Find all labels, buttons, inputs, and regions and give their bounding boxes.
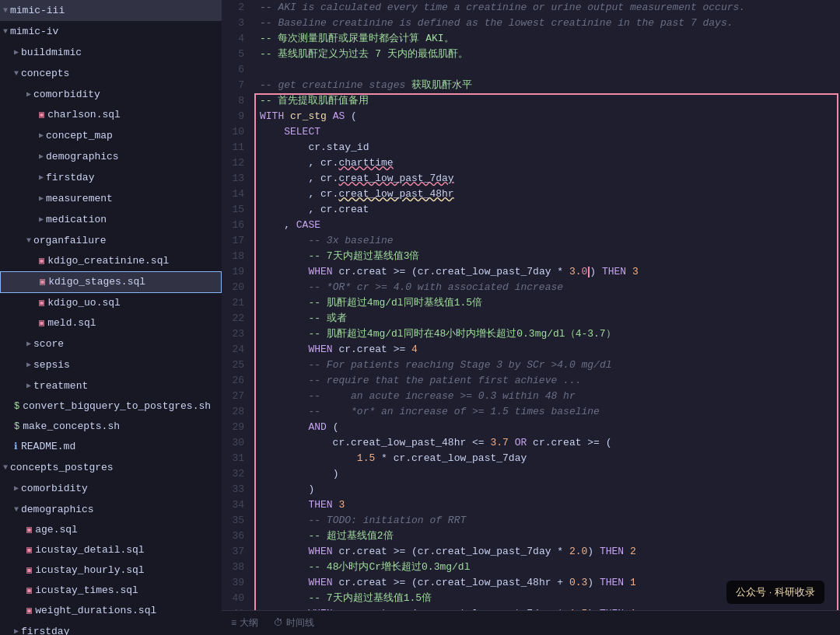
table-row: 40 -- 7天内超过基线值1.5倍	[222, 591, 840, 606]
chevron-right-icon	[26, 85, 33, 103]
table-row: 39 WHEN cr.creat >= (cr.creat_low_past_4…	[222, 575, 840, 591]
chevron-right-icon	[39, 148, 46, 166]
chevron-down-icon	[14, 501, 21, 518]
sh-file-icon: $	[14, 418, 19, 435]
app-container: mimic-iii mimic-iv buildmimic concepts c…	[0, 0, 840, 635]
chevron-right-icon	[14, 44, 21, 61]
table-row: 9 WITH cr_stg AS (	[222, 109, 840, 124]
sidebar-item-icustay-hourly[interactable]: ▣ icustay_hourly.sql	[0, 560, 222, 581]
sidebar-item-treatment[interactable]: treatment	[0, 375, 222, 396]
table-row: 6	[222, 62, 840, 78]
table-row: 13 , cr.creat_low_past_7day	[222, 171, 840, 187]
outline-icon: ≡	[231, 618, 236, 629]
sidebar-item-mimic-iv[interactable]: mimic-iv	[0, 21, 222, 42]
md-file-icon: ℹ	[14, 438, 18, 455]
outline-label: 大纲	[240, 616, 258, 630]
table-row: 29 AND (	[222, 420, 840, 435]
chevron-right-icon	[39, 190, 46, 208]
sidebar-item-convert-bigquery[interactable]: $ convert_bigquery_to_postgres.sh	[0, 396, 222, 417]
table-row: 19 WHEN cr.creat >= (cr.creat_low_past_7…	[222, 264, 840, 280]
table-row: 32 )	[222, 466, 840, 482]
table-row: 23 -- 肌酐超过4mg/dl同时在48小时内增长超过0.3mg/dl（4-3…	[222, 326, 840, 342]
sidebar-item-demographics[interactable]: demographics	[0, 146, 222, 167]
chevron-right-icon	[39, 169, 46, 187]
sidebar-item-age[interactable]: ▣ age.sql	[0, 520, 222, 540]
timeline-label: 时间线	[286, 616, 314, 630]
chevron-right-icon	[14, 480, 21, 497]
bottom-bar: ≡ 大纲 ⏱ 时间线	[222, 610, 840, 635]
sidebar-item-measurement[interactable]: measurement	[0, 188, 222, 209]
timeline-button[interactable]: ⏱ 时间线	[274, 616, 314, 630]
chevron-down-icon	[3, 2, 10, 19]
sql-file-icon: ▣	[26, 582, 32, 599]
editor-area: 2 -- AKI is calculated every time a crea…	[222, 0, 840, 635]
table-row: 41 WHEN cr.creat >= (cr.creat_low_past_7…	[222, 606, 840, 610]
sidebar-item-comorbidity[interactable]: comorbidity	[0, 84, 222, 105]
sidebar-item-concepts[interactable]: concepts	[0, 63, 222, 84]
sidebar-item-make-concepts[interactable]: $ make_concepts.sh	[0, 417, 222, 437]
table-row: 21 -- 肌酐超过4mg/dl同时基线值1.5倍	[222, 295, 840, 311]
sidebar-item-score[interactable]: score	[0, 333, 222, 354]
table-row: 4 -- 每次测量肌酐或尿量时都会计算 AKI。	[222, 31, 840, 47]
sql-file-icon: ▣	[39, 106, 44, 124]
table-row: 10 SELECT	[222, 124, 840, 140]
sidebar-item-firstday2[interactable]: firstday	[0, 621, 222, 635]
sidebar-item-medication[interactable]: medication	[0, 209, 222, 230]
table-row: 37 WHEN cr.creat >= (cr.creat_low_past_7…	[222, 544, 840, 560]
sidebar-item-concepts-postgres[interactable]: concepts_postgres	[0, 457, 222, 478]
sql-file-icon: ▣	[39, 295, 44, 312]
sidebar-item-demographics2[interactable]: demographics	[0, 499, 222, 520]
table-row: 22 -- 或者	[222, 311, 840, 326]
sidebar-item-readme[interactable]: ℹ README.md	[0, 437, 222, 457]
sidebar-item-firstday[interactable]: firstday	[0, 167, 222, 188]
sql-file-icon: ▣	[39, 253, 44, 270]
code-editor[interactable]: 2 -- AKI is calculated every time a crea…	[222, 0, 840, 610]
code-table: 2 -- AKI is calculated every time a crea…	[222, 0, 840, 610]
chevron-right-icon	[26, 356, 33, 374]
table-row: 27 -- an acute increase >= 0.3 within 48…	[222, 389, 840, 404]
table-row: 11 cr.stay_id	[222, 140, 840, 155]
file-explorer-sidebar[interactable]: mimic-iii mimic-iv buildmimic concepts c…	[0, 0, 222, 635]
sidebar-item-kdigo-uo[interactable]: ▣ kdigo_uo.sql	[0, 293, 222, 313]
table-row: 30 cr.creat_low_past_48hr <= 3.7 OR cr.c…	[222, 435, 840, 451]
chevron-right-icon	[14, 623, 21, 635]
sidebar-item-icustay-times[interactable]: ▣ icustay_times.sql	[0, 581, 222, 601]
sql-file-icon: ▣	[26, 562, 32, 579]
sidebar-item-charlson[interactable]: ▣ charlson.sql	[0, 105, 222, 125]
table-row: 14 , cr.creat_low_past_48hr	[222, 187, 840, 202]
table-row: 18 -- 7天内超过基线值3倍	[222, 249, 840, 264]
sidebar-item-mimic-iii[interactable]: mimic-iii	[0, 0, 222, 21]
outline-button[interactable]: ≡ 大纲	[231, 616, 258, 630]
sidebar-item-sepsis[interactable]: sepsis	[0, 354, 222, 375]
table-row: 28 -- *or* an increase of >= 1.5 times b…	[222, 404, 840, 420]
table-row: 31 1.5 * cr.creat_low_past_7day	[222, 451, 840, 466]
sidebar-item-organfailure[interactable]: organfailure	[0, 230, 222, 251]
table-row: 38 -- 48小时内Cr增长超过0.3mg/dl	[222, 560, 840, 575]
table-row: 34 THEN 3	[222, 497, 840, 513]
table-row: 12 , cr.charttime	[222, 155, 840, 171]
table-row: 2 -- AKI is calculated every time a crea…	[222, 0, 840, 16]
sidebar-item-buildmimic[interactable]: buildmimic	[0, 42, 222, 63]
sql-file-icon: ▣	[40, 274, 45, 291]
chevron-right-icon	[26, 335, 33, 353]
sql-file-icon: ▣	[26, 602, 32, 619]
sidebar-item-kdigo-stages[interactable]: ▣ kdigo_stages.sql	[0, 271, 222, 293]
sidebar-item-comorbidity2[interactable]: comorbidity	[0, 478, 222, 499]
table-row: 5 -- 基线肌酐定义为过去 7 天内的最低肌酐。	[222, 47, 840, 62]
chevron-down-icon	[3, 459, 10, 476]
sidebar-item-concept-map[interactable]: concept_map	[0, 125, 222, 146]
table-row: 15 , cr.creat	[222, 202, 840, 218]
sidebar-item-kdigo-creatinine[interactable]: ▣ kdigo_creatinine.sql	[0, 251, 222, 271]
table-row: 24 WHEN cr.creat >= 4	[222, 342, 840, 358]
table-row: 33 )	[222, 482, 840, 497]
timeline-icon: ⏱	[274, 617, 283, 629]
chevron-down-icon	[3, 23, 10, 40]
table-row: 20 -- *OR* cr >= 4.0 with associated inc…	[222, 280, 840, 295]
chevron-right-icon	[26, 377, 33, 395]
sql-file-icon: ▣	[26, 542, 32, 559]
chevron-right-icon	[39, 127, 46, 145]
sidebar-item-weight-durations[interactable]: ▣ weight_durations.sql	[0, 601, 222, 621]
sidebar-item-icustay-detail[interactable]: ▣ icustay_detail.sql	[0, 540, 222, 560]
sql-file-icon: ▣	[26, 522, 32, 539]
sidebar-item-meld[interactable]: ▣ meld.sql	[0, 313, 222, 333]
